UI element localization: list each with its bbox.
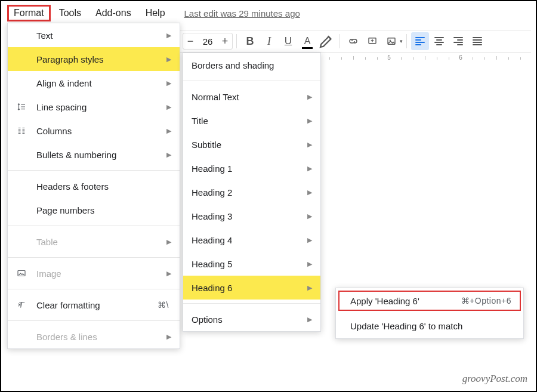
menu-label: Heading 1: [192, 163, 299, 174]
menu-label: Borders and shading: [192, 60, 310, 70]
menu-item-page-numbers[interactable]: Page numbers: [8, 198, 180, 222]
chevron-down-icon: ▾: [400, 38, 403, 44]
ruler: 5 6: [323, 54, 531, 64]
menu-shortcut: ⌘+Option+6: [461, 296, 511, 305]
menu-item-heading-6[interactable]: Heading 6▶: [183, 276, 320, 300]
bold-button[interactable]: B: [241, 32, 259, 50]
menu-item-update-heading-6[interactable]: Update 'Heading 6' to match: [336, 313, 523, 338]
menu-label: Align & indent: [35, 78, 158, 88]
last-edit-status[interactable]: Last edit was 29 minutes ago: [184, 8, 300, 18]
menu-label: Image: [35, 268, 158, 279]
menu-item-apply-heading-6[interactable]: Apply 'Heading 6' ⌘+Option+6: [336, 288, 523, 313]
align-center-button[interactable]: [430, 32, 448, 50]
chevron-right-icon: ▶: [307, 260, 312, 268]
menu-label: Table: [35, 237, 158, 247]
menu-label: Borders & lines: [35, 332, 158, 342]
menu-separator: [8, 226, 180, 226]
menu-separator: [183, 81, 320, 81]
menu-label: Heading 6: [192, 283, 299, 293]
paragraph-styles-menu: Borders and shading Normal Text▶ Title▶ …: [183, 53, 321, 332]
menu-item-heading-4[interactable]: Heading 4▶: [183, 228, 320, 252]
align-right-button[interactable]: [449, 32, 467, 50]
menu-item-text[interactable]: Text▶: [8, 23, 180, 47]
menu-help[interactable]: Help: [140, 5, 171, 21]
menu-item-heading-5[interactable]: Heading 5▶: [183, 252, 320, 276]
svg-rect-1: [388, 38, 395, 45]
menu-item-line-spacing[interactable]: Line spacing▶: [8, 95, 180, 119]
menu-item-borders-lines: Borders & lines▶: [8, 325, 180, 348]
menu-item-title[interactable]: Title▶: [183, 109, 320, 132]
chevron-right-icon: ▶: [307, 189, 312, 196]
heading-6-submenu: Apply 'Heading 6' ⌘+Option+6 Update 'Hea…: [335, 288, 524, 339]
font-size-decrease[interactable]: −: [183, 35, 197, 48]
comment-plus-icon: [367, 36, 378, 47]
chevron-right-icon: ▶: [166, 55, 171, 63]
insert-image-button[interactable]: [382, 32, 400, 50]
chevron-right-icon: ▶: [307, 236, 312, 244]
menu-format[interactable]: Format: [7, 5, 51, 21]
italic-button[interactable]: I: [260, 32, 278, 50]
menu-item-subtitle[interactable]: Subtitle▶: [183, 132, 320, 156]
menu-label: Options: [192, 314, 299, 325]
menu-label: Update 'Heading 6' to match: [350, 321, 511, 331]
menu-item-clear-formatting[interactable]: Clear formatting ⌘\: [8, 293, 180, 317]
menu-item-normal-text[interactable]: Normal Text▶: [183, 85, 320, 109]
menu-item-heading-1[interactable]: Heading 1▶: [183, 156, 320, 180]
font-size-stepper[interactable]: − 26 +: [183, 33, 233, 50]
menu-label: Bullets & numbering: [35, 150, 158, 160]
align-justify-icon: [473, 37, 482, 45]
columns-icon: [16, 125, 35, 136]
chevron-right-icon: ▶: [166, 127, 171, 135]
chevron-right-icon: ▶: [307, 141, 312, 149]
line-spacing-icon: [16, 101, 35, 112]
chevron-right-icon: ▶: [166, 333, 171, 341]
menu-separator: [8, 289, 180, 289]
font-size-increase[interactable]: +: [218, 35, 232, 48]
menu-item-heading-3[interactable]: Heading 3▶: [183, 204, 320, 228]
menu-item-columns[interactable]: Columns▶: [8, 119, 180, 143]
clear-format-icon: [16, 300, 35, 310]
menu-item-heading-2[interactable]: Heading 2▶: [183, 180, 320, 204]
font-size-value[interactable]: 26: [197, 36, 218, 47]
menu-item-align-indent[interactable]: Align & indent▶: [8, 71, 180, 95]
align-justify-button[interactable]: [468, 32, 486, 50]
toolbar-separator: [406, 34, 407, 48]
menu-label: Paragraph styles: [35, 54, 158, 64]
menu-label: Clear formatting: [35, 300, 158, 310]
menu-item-options[interactable]: Options▶: [183, 307, 320, 331]
menu-label: Heading 5: [192, 259, 299, 269]
image-icon: [16, 268, 35, 279]
menu-item-bullets-numbering[interactable]: Bullets & numbering▶: [8, 143, 180, 166]
chevron-right-icon: ▶: [307, 284, 312, 292]
menu-addons[interactable]: Add-ons: [90, 5, 137, 21]
highlighter-icon: [317, 32, 335, 50]
chevron-right-icon: ▶: [307, 93, 312, 101]
ruler-mark-6: 6: [459, 54, 462, 61]
align-right-icon: [453, 37, 463, 45]
add-comment-button[interactable]: [363, 32, 381, 50]
chevron-right-icon: ▶: [166, 238, 171, 246]
menu-shortcut: ⌘\: [158, 300, 169, 310]
menu-separator: [8, 320, 180, 321]
toolbar-separator: [236, 34, 237, 48]
insert-link-button[interactable]: [344, 32, 362, 50]
menu-label: Heading 2: [192, 187, 299, 197]
menu-item-table: Table▶: [8, 230, 180, 254]
menu-item-headers-footers[interactable]: Headers & footers: [8, 174, 180, 198]
menu-label: Normal Text: [192, 92, 299, 102]
menu-tools[interactable]: Tools: [53, 5, 87, 21]
underline-button[interactable]: U: [279, 32, 297, 50]
menu-separator: [8, 170, 180, 171]
menu-item-paragraph-styles[interactable]: Paragraph styles▶: [8, 47, 180, 71]
menu-item-image: Image▶: [8, 261, 180, 285]
ruler-mark-5: 5: [387, 54, 391, 61]
align-left-button[interactable]: [411, 32, 429, 50]
image-icon: [386, 36, 397, 47]
align-center-icon: [434, 37, 444, 45]
chevron-right-icon: ▶: [307, 212, 312, 220]
menu-separator: [183, 303, 320, 304]
menu-item-borders-shading[interactable]: Borders and shading: [183, 53, 320, 77]
menu-label: Columns: [35, 126, 158, 136]
text-color-button[interactable]: A: [298, 32, 316, 50]
highlight-button[interactable]: [317, 32, 335, 50]
